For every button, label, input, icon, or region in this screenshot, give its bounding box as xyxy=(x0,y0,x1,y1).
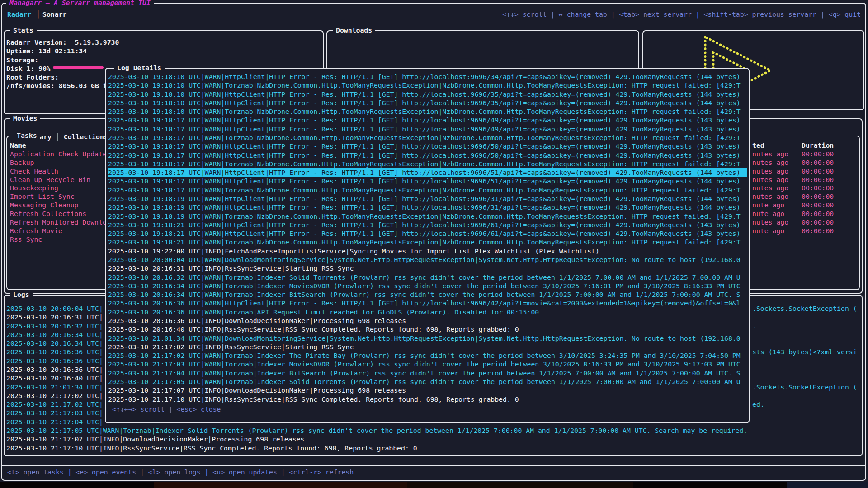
task-row-duration: 00:00:00 xyxy=(802,192,834,201)
log-row-stub[interactable]: 2025-03-10 20:16:34 UTC| xyxy=(6,330,103,339)
task-row-executed: nutes ago xyxy=(752,183,788,192)
log-row-stub[interactable]: 2025-03-10 21:17:03 UTC| xyxy=(6,408,103,417)
task-row-name[interactable]: Messaging Cleanup xyxy=(10,201,78,209)
log-details-list: 2025-03-10 19:18:10 UTC|WARN|HttpClient|… xyxy=(108,69,747,403)
log-detail-line[interactable]: 2025-03-10 20:16:34 UTC|WARN|Torznab|Ind… xyxy=(108,282,747,290)
log-detail-line[interactable]: 2025-03-10 21:17:10 UTC|INFO|RssSyncServ… xyxy=(108,395,747,403)
log-row-stub[interactable]: 2025-03-10 21:17:02 UTC| xyxy=(6,400,103,408)
log-detail-line[interactable]: 2025-03-10 19:18:17 UTC|WARN|HttpClient|… xyxy=(108,116,747,124)
desktop-wallpaper-strip xyxy=(0,482,868,488)
task-row-name[interactable]: Rss Sync xyxy=(10,235,42,244)
log-detail-line-selected[interactable]: 2025-03-10 19:18:17 UTC|WARN|HttpClient|… xyxy=(108,168,747,177)
log-detail-line[interactable]: 2025-03-10 19:18:10 UTC|WARN|HttpClient|… xyxy=(108,99,747,107)
log-detail-line[interactable]: 2025-03-10 21:17:04 UTC|WARN|Torznab|Ind… xyxy=(108,369,747,377)
log-row[interactable]: 2025-03-10 21:17:05 UTC|WARN|Torznab|Ind… xyxy=(6,426,747,435)
task-row-name[interactable]: Check Health xyxy=(10,167,58,175)
log-detail-line[interactable]: 2025-03-10 19:18:10 UTC|WARN|HttpClient|… xyxy=(108,90,747,99)
log-detail-line[interactable]: 2025-03-10 19:18:10 UTC|WARN|Torznab|Nzb… xyxy=(108,107,747,116)
task-row-duration: 00:00:00 xyxy=(802,158,834,167)
task-row-executed: nutes ago xyxy=(752,150,788,158)
log-row-fragment: .Sockets.SocketException ( xyxy=(752,304,857,313)
log-detail-line[interactable]: 2025-03-10 20:16:34 UTC|WARN|Torznab|Ind… xyxy=(108,290,747,299)
log-detail-line[interactable]: 2025-03-10 19:18:17 UTC|WARN|HttpClient|… xyxy=(108,177,747,185)
task-row-executed: nutes ago xyxy=(752,167,788,175)
log-detail-line[interactable]: 2025-03-10 19:18:21 UTC|WARN|HttpClient|… xyxy=(108,229,747,238)
task-row-executed: nute ago xyxy=(752,226,784,235)
log-detail-line[interactable]: 2025-03-10 19:18:10 UTC|WARN|Torznab|Nzb… xyxy=(108,81,747,89)
log-row-stub[interactable]: 2025-03-10 20:16:36 UTC| xyxy=(6,357,103,365)
log-detail-line[interactable]: 2025-03-10 19:18:19 UTC|WARN|HttpClient|… xyxy=(108,194,747,203)
log-row-fragment: .Sockets.SocketException ( xyxy=(752,383,857,391)
tasks-column-executed: ted xyxy=(752,141,764,150)
log-row-fragment: sts (143 bytes)<?xml versi xyxy=(752,347,857,356)
task-row-name[interactable]: Refresh Collections xyxy=(10,209,86,218)
log-detail-line[interactable]: 2025-03-10 19:18:19 UTC|WARN|HttpClient|… xyxy=(108,203,747,211)
log-detail-line[interactable]: 2025-03-10 21:17:02 UTC|INFO|RssSyncServ… xyxy=(108,343,747,351)
task-row-name[interactable]: Housekeeping xyxy=(10,183,58,192)
tasks-column-name: Name xyxy=(10,141,26,150)
task-row-name[interactable]: Application Check Update xyxy=(10,150,107,158)
log-detail-line[interactable]: 2025-03-10 20:16:36 UTC|WARN|Torznab|API… xyxy=(108,308,747,316)
bottom-bar-separator xyxy=(1,465,866,466)
task-row-name[interactable]: Refresh Monitored Downlo xyxy=(10,218,107,226)
disk-usage-bar xyxy=(53,66,104,69)
log-row-stub[interactable]: 2025-03-10 20:00:04 UTC| xyxy=(6,304,103,313)
log-detail-line[interactable]: 2025-03-10 20:16:36 UTC|WARN|HttpClient|… xyxy=(108,299,747,307)
stats-row: Uptime: 13d 02:11:34 xyxy=(6,47,87,55)
stats-row: Root Folders: xyxy=(6,73,59,81)
log-row-stub[interactable]: 2025-03-10 21:17:02 UTC| xyxy=(6,391,103,400)
log-detail-line[interactable]: 2025-03-10 19:18:17 UTC|WARN|HttpClient|… xyxy=(108,125,747,133)
tab-radarr[interactable]: Radarr xyxy=(7,10,31,19)
log-row-fragment: . xyxy=(752,322,756,330)
stats-row: /nfs/movies: 8056.03 GB f xyxy=(6,81,107,90)
log-row-stub[interactable]: 2025-03-10 20:16:36 UTC| xyxy=(6,365,103,374)
log-detail-line[interactable]: 2025-03-10 19:18:17 UTC|WARN|Torznab|Nzb… xyxy=(108,160,747,168)
log-detail-line[interactable]: 2025-03-10 21:01:34 UTC|WARN|DownloadMon… xyxy=(108,334,747,343)
stats-row: Disk 1: 90% xyxy=(6,64,51,73)
log-detail-line[interactable]: 2025-03-10 19:18:21 UTC|WARN|HttpClient|… xyxy=(108,221,747,229)
task-row-duration: 00:00:00 xyxy=(802,209,834,218)
log-row-stub[interactable]: 2025-03-10 20:16:34 UTC| xyxy=(6,339,103,347)
app-title: Managarr — A Servarr management TUI xyxy=(6,0,154,7)
task-row-name[interactable]: Backup xyxy=(10,158,34,167)
log-detail-line[interactable]: 2025-03-10 21:17:07 UTC|INFO|DownloadDec… xyxy=(108,386,747,394)
task-row-name[interactable]: Import List Sync xyxy=(10,192,75,201)
tab-sonarr[interactable]: Sonarr xyxy=(42,10,66,19)
log-row-stub[interactable]: 2025-03-10 20:16:40 UTC| xyxy=(6,374,103,382)
log-detail-line[interactable]: 2025-03-10 20:16:36 UTC|INFO|DownloadDec… xyxy=(108,316,747,325)
task-row-executed: nutes ago xyxy=(752,158,788,167)
log-detail-line[interactable]: 2025-03-10 20:16:31 UTC|INFO|RssSyncServ… xyxy=(108,264,747,272)
task-row-duration: 00:00:00 xyxy=(802,167,834,175)
log-row[interactable]: 2025-03-10 21:17:07 UTC|INFO|DownloadDec… xyxy=(6,435,304,443)
tab-separator xyxy=(4,23,864,23)
log-detail-line[interactable]: 2025-03-10 21:17:05 UTC|WARN|Torznab|Ind… xyxy=(108,377,747,386)
log-detail-line[interactable]: 2025-03-10 20:16:40 UTC|INFO|RssSyncServ… xyxy=(108,325,747,333)
log-detail-line[interactable]: 2025-03-10 19:18:19 UTC|WARN|Torznab|Nzb… xyxy=(108,212,747,221)
log-detail-line[interactable]: 2025-03-10 19:22:00 UTC|INFO|FetchAndPar… xyxy=(108,247,747,255)
log-detail-line[interactable]: 2025-03-10 19:18:17 UTC|WARN|Torznab|Nzb… xyxy=(108,186,747,194)
movies-panel-title: Movies xyxy=(10,114,40,122)
log-detail-line[interactable]: 2025-03-10 21:17:03 UTC|WARN|Torznab|Ind… xyxy=(108,360,747,368)
log-row-stub[interactable]: 2025-03-10 21:01:34 UTC| xyxy=(6,383,103,391)
logs-panel-title: Logs xyxy=(10,290,33,299)
log-row-stub[interactable]: 2025-03-10 21:17:04 UTC| xyxy=(6,418,103,426)
log-detail-line[interactable]: 2025-03-10 21:17:02 UTC|WARN|Torznab|Ind… xyxy=(108,351,747,360)
log-row[interactable]: 2025-03-10 21:17:10 UTC|INFO|RssSyncServ… xyxy=(6,444,417,452)
log-row-stub[interactable]: 2025-03-10 20:16:36 UTC| xyxy=(6,347,103,356)
log-row-stub[interactable]: 2025-03-10 20:16:31 UTC| xyxy=(6,313,103,321)
log-detail-line[interactable]: 2025-03-10 20:16:32 UTC|WARN|Torznab|Ind… xyxy=(108,273,747,282)
task-row-name[interactable]: Refresh Movie xyxy=(10,226,62,235)
log-row-stub[interactable]: 2025-03-10 20:16:32 UTC| xyxy=(6,322,103,330)
log-detail-line[interactable]: 2025-03-10 19:18:17 UTC|WARN|HttpClient|… xyxy=(108,142,747,150)
tab-divider: │ xyxy=(36,10,40,19)
log-detail-line[interactable]: 2025-03-10 19:18:17 UTC|WARN|HttpClient|… xyxy=(108,151,747,160)
task-row-duration: 00:00:00 xyxy=(802,175,834,184)
task-row-duration: 00:00:00 xyxy=(802,183,834,192)
log-detail-line[interactable]: 2025-03-10 20:00:04 UTC|WARN|DownloadMon… xyxy=(108,255,747,264)
log-detail-line[interactable]: 2025-03-10 19:18:21 UTC|WARN|Torznab|Nzb… xyxy=(108,238,747,246)
log-row-fragment: ed. xyxy=(752,400,764,408)
log-detail-line[interactable]: 2025-03-10 19:18:10 UTC|WARN|HttpClient|… xyxy=(108,72,747,81)
tab-collections[interactable]: Collections xyxy=(64,133,108,141)
log-detail-line[interactable]: 2025-03-10 19:18:17 UTC|WARN|Torznab|Nzb… xyxy=(108,133,747,142)
task-row-name[interactable]: Clean Up Recycle Bin xyxy=(10,175,90,184)
